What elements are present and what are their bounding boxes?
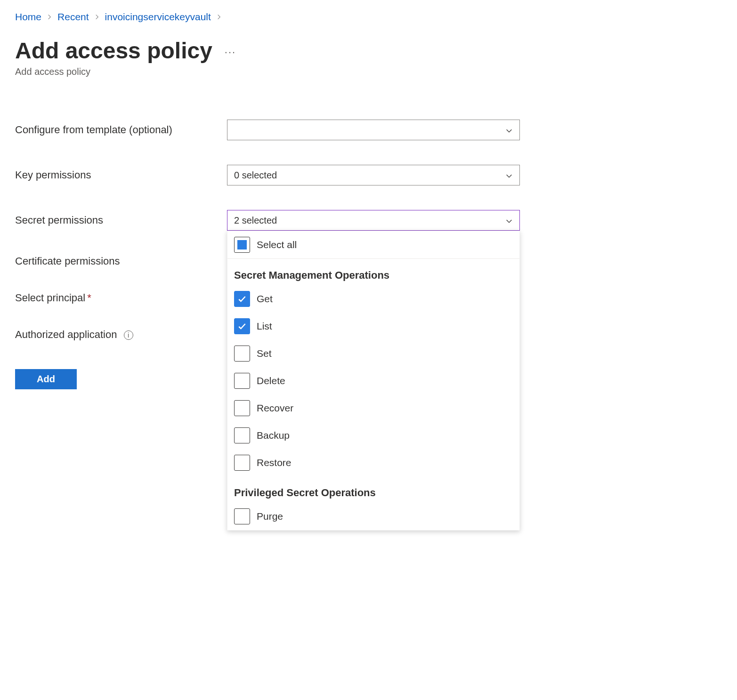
key-permissions-select[interactable]: 0 selected (227, 165, 520, 185)
checkbox-backup[interactable] (234, 427, 250, 443)
key-permissions-label: Key permissions (15, 169, 227, 181)
secret-permissions-dropdown: Select all Secret Management Operations … (227, 231, 520, 531)
required-indicator: * (87, 292, 91, 304)
chevron-right-icon (216, 12, 222, 23)
section-title-privileged: Privileged Secret Operations (227, 476, 519, 503)
option-restore-label: Restore (257, 457, 292, 468)
page-subtitle: Add access policy (15, 66, 722, 77)
select-principal-label: Select principal* (15, 292, 227, 304)
breadcrumb-home[interactable]: Home (15, 11, 41, 23)
chevron-down-icon (505, 171, 513, 179)
secret-permissions-select[interactable]: 2 selected (227, 210, 520, 231)
breadcrumb-recent[interactable]: Recent (57, 11, 89, 23)
chevron-down-icon (505, 126, 513, 134)
checkbox-recover[interactable] (234, 400, 250, 416)
option-set[interactable]: Set (227, 340, 519, 367)
add-button[interactable]: Add (15, 369, 77, 389)
chevron-down-icon (505, 217, 513, 224)
template-label: Configure from template (optional) (15, 124, 227, 136)
authorized-application-label: Authorized application i (15, 329, 227, 341)
template-select[interactable] (227, 120, 520, 140)
info-icon[interactable]: i (124, 330, 133, 340)
select-all-checkbox[interactable] (234, 237, 250, 253)
option-purge-label: Purge (257, 511, 283, 522)
option-purge[interactable]: Purge (227, 503, 519, 530)
checkbox-get[interactable] (234, 291, 250, 307)
option-list[interactable]: List (227, 313, 519, 340)
checkbox-list[interactable] (234, 318, 250, 334)
checkbox-set[interactable] (234, 346, 250, 362)
checkbox-delete[interactable] (234, 373, 250, 389)
checkbox-restore[interactable] (234, 455, 250, 471)
option-backup-label: Backup (257, 430, 290, 441)
checkbox-purge[interactable] (234, 508, 250, 524)
certificate-permissions-label: Certificate permissions (15, 255, 227, 267)
option-restore[interactable]: Restore (227, 449, 519, 476)
option-get-label: Get (257, 293, 273, 305)
section-title-management: Secret Management Operations (227, 259, 519, 285)
option-set-label: Set (257, 348, 272, 359)
page-title: Add access policy (15, 38, 212, 64)
select-all-option[interactable]: Select all (227, 231, 519, 259)
select-all-label: Select all (257, 239, 297, 250)
option-get[interactable]: Get (227, 285, 519, 313)
secret-permissions-value: 2 selected (234, 215, 277, 226)
breadcrumb: Home Recent invoicingservicekeyvault (15, 11, 722, 23)
option-recover-label: Recover (257, 402, 293, 414)
breadcrumb-resource[interactable]: invoicingservicekeyvault (105, 11, 211, 23)
chevron-right-icon (94, 12, 100, 23)
more-actions-button[interactable]: ··· (225, 46, 236, 58)
option-recover[interactable]: Recover (227, 394, 519, 422)
option-backup[interactable]: Backup (227, 422, 519, 449)
option-delete-label: Delete (257, 375, 285, 386)
option-delete[interactable]: Delete (227, 367, 519, 394)
key-permissions-value: 0 selected (234, 170, 277, 181)
option-list-label: List (257, 321, 272, 332)
chevron-right-icon (46, 12, 53, 23)
secret-permissions-label: Secret permissions (15, 214, 227, 226)
